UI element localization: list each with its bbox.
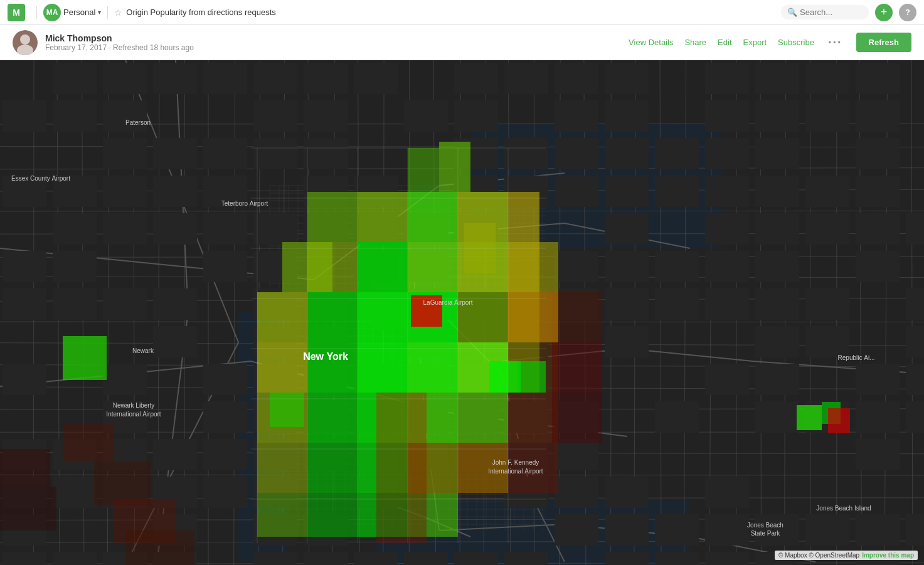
user-info: Mick Thompson February 17, 2017 · Refres… (45, 33, 194, 52)
account-name: Personal (63, 8, 95, 17)
subscribe-link[interactable]: Subscribe (778, 38, 814, 47)
view-details-link[interactable]: View Details (629, 38, 673, 47)
share-link[interactable]: Share (684, 38, 706, 47)
search-box[interactable]: 🔍 (781, 5, 869, 19)
search-input[interactable] (800, 8, 863, 17)
more-options-button[interactable]: ··· (826, 35, 845, 50)
app-logo: M (8, 4, 25, 21)
subheader-actions: View Details Share Edit Export Subscribe… (629, 33, 911, 52)
nav-separator (36, 6, 37, 19)
user-name: Mick Thompson (45, 33, 194, 43)
avatar: MA (43, 4, 61, 21)
nav-separator-2 (107, 6, 108, 19)
user-meta: February 17, 2017 · Refreshed 18 hours a… (45, 43, 194, 52)
edit-link[interactable]: Edit (718, 38, 731, 47)
map-attribution: © Mapbox © OpenStreetMap Improve this ma… (775, 551, 918, 560)
improve-map-link[interactable]: Improve this map (862, 552, 914, 559)
help-button[interactable]: ? (899, 4, 916, 21)
svg-point-1 (20, 34, 30, 45)
map-container[interactable]: © Mapbox © OpenStreetMap Improve this ma… (0, 60, 924, 565)
search-icon: 🔍 (787, 8, 797, 17)
map-title-area: ☆ Origin Popularity from directions requ… (114, 8, 275, 18)
account-caret-icon: ▾ (98, 9, 101, 16)
top-nav: M MA Personal ▾ ☆ Origin Popularity from… (0, 0, 924, 25)
attribution-text: © Mapbox © OpenStreetMap (778, 552, 859, 559)
nav-search-area: 🔍 + ? (781, 4, 916, 21)
add-button[interactable]: + (875, 4, 893, 21)
refresh-button[interactable]: Refresh (856, 33, 911, 52)
subheader: Mick Thompson February 17, 2017 · Refres… (0, 25, 924, 60)
account-switcher[interactable]: MA Personal ▾ (43, 4, 101, 21)
map-canvas (0, 60, 924, 565)
export-link[interactable]: Export (743, 38, 767, 47)
user-avatar (13, 30, 38, 55)
favorite-star-icon[interactable]: ☆ (114, 8, 122, 18)
map-title-text: Origin Popularity from directions reques… (126, 8, 275, 17)
